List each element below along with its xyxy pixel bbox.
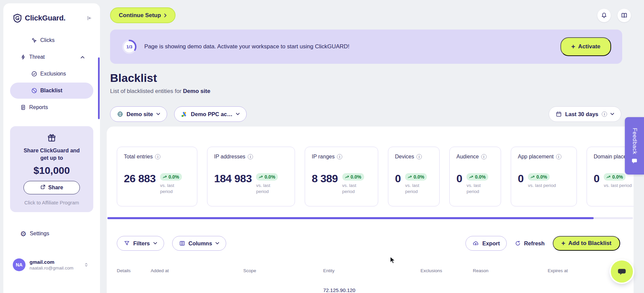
cloud-upload-icon	[473, 240, 479, 246]
columns-button[interactable]: Columns	[172, 236, 227, 251]
info-icon[interactable]: i	[155, 154, 160, 159]
chevron-up-icon[interactable]	[81, 54, 85, 60]
brand-name: ClickGuard.	[25, 14, 65, 22]
cursor-click-icon	[31, 37, 37, 43]
sidebar-item-threat[interactable]: Threat	[10, 49, 93, 65]
stat-value: 0	[456, 173, 462, 184]
columns-label: Columns	[189, 240, 212, 247]
ppc-account-selector[interactable]: Demo PPC ac…	[174, 106, 247, 122]
plus-icon: +	[571, 43, 575, 50]
share-button[interactable]: Share	[23, 181, 80, 194]
info-icon[interactable]: i	[337, 154, 342, 159]
stat-card-ip-addresses: IP addressesi 184 983 0.0% vs. last peri…	[207, 147, 295, 206]
sidebar-item-exclusions[interactable]: Exclusions	[10, 66, 93, 82]
promo-heading: Share ClickGuard and get up to	[20, 147, 84, 161]
affiliate-promo-card[interactable]: Share ClickGuard and get up to $10,000 S…	[10, 126, 93, 212]
continue-setup-button[interactable]: Continue Setup	[110, 7, 176, 23]
add-to-blacklist-label: Add to Blacklist	[568, 240, 611, 247]
info-icon[interactable]: i	[556, 154, 561, 159]
promo-amount: $10,000	[34, 165, 70, 176]
stat-label: Total entries	[124, 154, 153, 160]
gift-icon	[47, 134, 56, 144]
notifications-button[interactable]	[597, 9, 611, 22]
stat-label: Devices	[395, 154, 414, 160]
stat-caption: vs. last period	[604, 183, 632, 189]
info-icon[interactable]: i	[248, 154, 253, 159]
export-label: Export	[482, 240, 500, 247]
banner-message: Page is showing demo data. Activate your…	[144, 43, 349, 50]
table-row[interactable]: 72.125.90.120	[107, 287, 634, 293]
add-to-blacklist-button[interactable]: + Add to Blacklist	[553, 236, 620, 251]
column-header-exclusions[interactable]: Exclusions	[420, 268, 473, 273]
column-header-reason[interactable]: Reason	[473, 268, 548, 273]
book-icon	[621, 12, 628, 19]
stat-card-ip-ranges: IP rangesi 8 389 0.0% vs. last period	[305, 147, 378, 206]
feedback-tab[interactable]: Feedback	[625, 117, 644, 175]
horizontal-scrollbar-thumb[interactable]	[107, 217, 594, 219]
column-header-scope[interactable]: Scope	[243, 268, 323, 273]
sidebar-scrollbar[interactable]	[98, 57, 100, 119]
feedback-label: Feedback	[631, 128, 638, 154]
activate-button[interactable]: + Activate	[560, 37, 611, 56]
stat-value: 26 883	[124, 173, 156, 184]
info-icon: i	[602, 111, 607, 117]
collapse-sidebar-icon[interactable]	[86, 15, 92, 21]
chat-widget-button[interactable]	[611, 260, 633, 283]
info-icon[interactable]: i	[481, 154, 487, 159]
logo-row: ClickGuard.	[3, 3, 100, 23]
stat-card-app-placement: App placementi 0 0.0% vs. last period	[511, 147, 577, 206]
stat-value: 0	[594, 173, 599, 184]
stat-value: 0	[395, 173, 401, 184]
stat-label: Audience	[456, 154, 479, 160]
ppc-account-value: Demo PPC ac…	[191, 111, 233, 117]
trend-up-icon	[345, 175, 349, 179]
affiliate-link-label[interactable]: Click to Affiliate Program	[24, 200, 79, 205]
ban-icon	[31, 88, 37, 94]
column-header-details[interactable]: Details	[117, 268, 151, 273]
trend-value: 0.0%	[168, 174, 179, 180]
filters-button[interactable]: Filters	[117, 236, 164, 251]
trend-value: 0.0%	[536, 174, 547, 180]
stat-caption: vs. last period	[160, 183, 182, 194]
trend-value: 0.0%	[413, 174, 424, 180]
chevron-up-down-icon	[84, 262, 89, 267]
export-button[interactable]: Export	[465, 236, 507, 251]
blacklist-panel: Total entriesi 26 883 0.0% vs. last peri…	[107, 127, 634, 293]
continue-setup-label: Continue Setup	[119, 12, 161, 19]
main-content: Continue Setup 1/3 Page is showing demo …	[107, 0, 634, 293]
user-email: naatali.ro@gmail.com	[30, 265, 73, 271]
sidebar-item-clicks[interactable]: Clicks	[10, 32, 93, 48]
cell-entity: 72.125.90.120	[323, 287, 420, 293]
chevron-right-icon	[164, 13, 167, 17]
page-subtitle-site: Demo site	[183, 88, 210, 94]
trend-badge: 0.0%	[160, 173, 182, 181]
site-selector[interactable]: Demo site	[110, 106, 167, 122]
refresh-icon	[515, 240, 521, 246]
trend-up-icon	[259, 175, 263, 179]
bolt-icon	[20, 54, 26, 60]
trend-badge: 0.0%	[604, 173, 626, 181]
trend-value: 0.0%	[475, 174, 486, 180]
stats-cards-row: Total entriesi 26 883 0.0% vs. last peri…	[107, 147, 634, 206]
stat-value: 0	[518, 173, 524, 184]
date-range-selector[interactable]: Last 30 days i	[549, 106, 621, 122]
sidebar-item-blacklist[interactable]: Blacklist	[10, 83, 93, 99]
setup-progress-label: 1/3	[121, 39, 138, 55]
sidebar-item-settings[interactable]: ⚙ Settings	[10, 226, 93, 242]
google-ads-icon	[181, 111, 188, 117]
globe-icon	[117, 111, 123, 117]
chevron-down-icon	[610, 113, 614, 115]
sidebar-item-label: Clicks	[40, 37, 55, 43]
topbar: Continue Setup	[110, 7, 631, 23]
user-account-switcher[interactable]: NA gmail.com naatali.ro@gmail.com	[10, 258, 93, 271]
trend-badge: 0.0%	[528, 173, 550, 181]
sidebar-item-reports[interactable]: Reports	[10, 99, 93, 115]
knowledge-base-button[interactable]	[617, 9, 631, 22]
refresh-button[interactable]: Refresh	[515, 240, 544, 247]
column-header-entity[interactable]: Entity	[323, 268, 420, 273]
info-icon[interactable]: i	[416, 154, 422, 159]
column-header-added-at[interactable]: Added at	[151, 268, 243, 273]
refresh-label: Refresh	[524, 240, 544, 247]
table-header-row: Details Added at Scope Entity Exclusions…	[107, 266, 634, 275]
funnel-icon	[124, 240, 130, 246]
